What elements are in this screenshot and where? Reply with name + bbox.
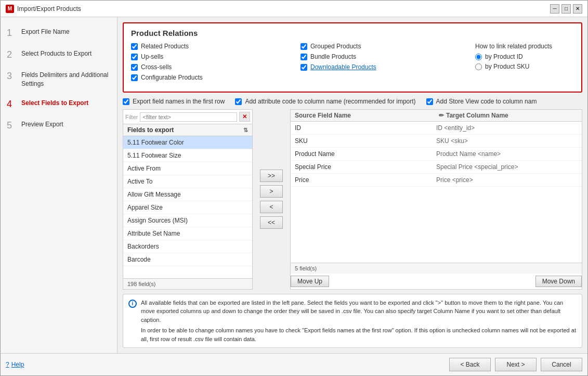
source-field: Special Price bbox=[295, 163, 436, 171]
step-label-2: Select Products to Export bbox=[21, 49, 92, 58]
export-options-row: Export field names in the first row Add … bbox=[123, 98, 582, 105]
checkbox-downloadable: Downloadable Products bbox=[300, 63, 470, 71]
source-col-header: Source Field Name bbox=[295, 112, 434, 119]
title-bar: M Import/Export Products ─ □ ✕ bbox=[1, 1, 587, 17]
remove-all-button[interactable]: << bbox=[260, 216, 283, 229]
back-button[interactable]: < Back bbox=[449, 358, 491, 371]
add-store-view-label[interactable]: Add Store View code to column nam bbox=[436, 98, 537, 105]
relations-link-col: How to link related products by Product … bbox=[470, 43, 574, 84]
add-attribute-checkbox[interactable] bbox=[235, 98, 242, 105]
checkbox-configurable: Configurable Products bbox=[131, 74, 300, 81]
link-section-title: How to link related products bbox=[475, 43, 574, 50]
product-relations-title: Product Relations bbox=[131, 29, 574, 37]
list-item[interactable]: Attribute Set Name bbox=[123, 227, 252, 240]
minimize-button[interactable]: ─ bbox=[550, 4, 559, 14]
sidebar: 1 Export File Name 2 Select Products to … bbox=[1, 17, 117, 353]
list-item[interactable]: Allow Gift Message bbox=[123, 188, 252, 201]
table-row[interactable]: Product Name Product Name <name> bbox=[291, 148, 582, 161]
sort-icon: ⇅ bbox=[243, 127, 248, 134]
close-button[interactable]: ✕ bbox=[573, 4, 582, 14]
link-section: How to link related products by Product … bbox=[470, 43, 574, 70]
selected-fields-pane: Source Field Name ✏ Target Column Name I… bbox=[290, 109, 582, 290]
relations-grid: Related Products Up-sells Cross-sells bbox=[131, 43, 574, 84]
maximize-button[interactable]: □ bbox=[561, 4, 571, 14]
source-field: Product Name bbox=[295, 150, 436, 158]
help-link[interactable]: ? Help bbox=[6, 361, 24, 368]
checkbox-cross-sells: Cross-sells bbox=[131, 63, 300, 71]
radio-by-product-id: by Product ID bbox=[475, 53, 574, 60]
next-button[interactable]: Next > bbox=[495, 358, 537, 371]
cancel-button[interactable]: Cancel bbox=[541, 358, 582, 371]
sidebar-item-4[interactable]: 4 Select Fields to Export bbox=[1, 94, 117, 115]
by-product-sku-label[interactable]: by Product SKU bbox=[485, 63, 529, 70]
downloadable-products-label[interactable]: Downloadable Products bbox=[310, 63, 376, 71]
cross-sells-label[interactable]: Cross-sells bbox=[141, 63, 172, 71]
list-item[interactable]: Backorders bbox=[123, 240, 252, 253]
cross-sells-checkbox[interactable] bbox=[131, 64, 138, 71]
configurable-products-checkbox[interactable] bbox=[131, 74, 138, 81]
step-num-3: 3 bbox=[7, 71, 17, 82]
by-product-id-radio[interactable] bbox=[475, 54, 482, 60]
fields-header-label: Fields to export bbox=[127, 126, 174, 134]
first-row-checkbox[interactable] bbox=[123, 98, 129, 105]
grouped-products-checkbox[interactable] bbox=[300, 43, 307, 50]
up-sells-checkbox[interactable] bbox=[131, 54, 138, 60]
step-num-2: 2 bbox=[7, 49, 17, 61]
move-buttons: Move Up Move Down bbox=[291, 274, 582, 289]
target-field: Price <price> bbox=[436, 176, 578, 184]
two-pane-area: Filter ✕ Fields to export ⇅ 5.11 Footwea… bbox=[123, 109, 582, 290]
table-row[interactable]: Price Price <price> bbox=[291, 174, 582, 187]
filter-clear-button[interactable]: ✕ bbox=[239, 112, 250, 122]
fields-list[interactable]: 5.11 Footwear Color 5.11 Footwear Size A… bbox=[123, 136, 252, 278]
fields-to-export-pane: Filter ✕ Fields to export ⇅ 5.11 Footwea… bbox=[123, 109, 253, 290]
table-row[interactable]: ID ID <entity_id> bbox=[291, 122, 582, 135]
bottom-bar: ? Help < Back Next > Cancel bbox=[1, 353, 587, 375]
up-sells-label[interactable]: Up-sells bbox=[141, 53, 163, 60]
move-up-button[interactable]: Move Up bbox=[291, 276, 329, 287]
move-down-button[interactable]: Move Down bbox=[535, 276, 582, 287]
add-all-button[interactable]: >> bbox=[260, 170, 283, 182]
related-products-checkbox[interactable] bbox=[131, 43, 138, 50]
bundle-products-checkbox[interactable] bbox=[300, 54, 307, 60]
selected-fields-list[interactable]: ID ID <entity_id> SKU SKU <sku> Product … bbox=[291, 122, 582, 263]
main-content: 1 Export File Name 2 Select Products to … bbox=[1, 17, 587, 353]
step-label-5: Preview Export bbox=[21, 120, 63, 129]
list-item[interactable]: Assign Sources (MSI) bbox=[123, 214, 252, 227]
first-row-label[interactable]: Export field names in the first row bbox=[133, 98, 225, 105]
configurable-products-label[interactable]: Configurable Products bbox=[141, 74, 203, 81]
related-products-label[interactable]: Related Products bbox=[141, 43, 189, 50]
list-item[interactable]: Active To bbox=[123, 175, 252, 188]
add-selected-button[interactable]: > bbox=[260, 185, 283, 198]
filter-label: Filter bbox=[125, 114, 138, 120]
table-row[interactable]: SKU SKU <sku> bbox=[291, 135, 582, 148]
title-bar-controls: ─ □ ✕ bbox=[550, 4, 582, 14]
filter-row: Filter ✕ bbox=[123, 110, 252, 124]
fields-header: Fields to export ⇅ bbox=[123, 124, 252, 136]
table-row[interactable]: Special Price Special Price <special_pri… bbox=[291, 161, 582, 174]
info-icon: i bbox=[128, 300, 137, 308]
add-store-view-checkbox[interactable] bbox=[426, 98, 433, 105]
list-item[interactable]: 5.11 Footwear Color bbox=[123, 136, 252, 149]
step-num-5: 5 bbox=[7, 120, 17, 132]
sidebar-item-2[interactable]: 2 Select Products to Export bbox=[1, 44, 117, 66]
pencil-icon: ✏ bbox=[439, 112, 444, 119]
list-item[interactable]: Barcode bbox=[123, 253, 252, 266]
add-attribute-label[interactable]: Add attribute code to column name (recom… bbox=[245, 98, 415, 105]
sidebar-item-1[interactable]: 1 Export File Name bbox=[1, 22, 117, 44]
list-item[interactable]: 5.11 Footwear Size bbox=[123, 149, 252, 162]
list-item[interactable]: Active From bbox=[123, 162, 252, 175]
sidebar-item-3[interactable]: 3 Fields Delimiters and Additional Setti… bbox=[1, 66, 117, 94]
by-product-id-label[interactable]: by Product ID bbox=[485, 53, 523, 60]
by-product-sku-radio[interactable] bbox=[475, 63, 482, 70]
question-icon: ? bbox=[6, 361, 9, 368]
list-item[interactable]: Apparel Size bbox=[123, 201, 252, 214]
downloadable-products-checkbox[interactable] bbox=[300, 64, 307, 71]
bundle-products-label[interactable]: Bundle Products bbox=[310, 53, 356, 60]
filter-input[interactable] bbox=[140, 112, 237, 122]
sidebar-item-5[interactable]: 5 Preview Export bbox=[1, 115, 117, 137]
remove-selected-button[interactable]: < bbox=[260, 201, 283, 213]
help-label: Help bbox=[11, 361, 24, 368]
window-title: Import/Export Products bbox=[17, 5, 81, 12]
grouped-products-label[interactable]: Grouped Products bbox=[310, 43, 361, 50]
product-relations-box: Product Relations Related Products Up-se… bbox=[123, 22, 582, 93]
